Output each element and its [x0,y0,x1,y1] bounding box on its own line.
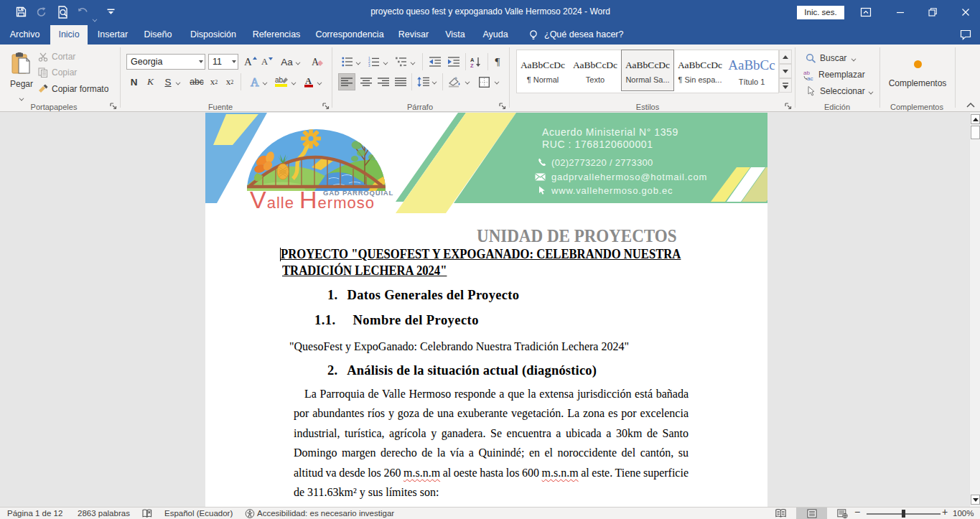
line-spacing-button[interactable] [415,73,431,90]
bullets-dropdown-icon[interactable] [356,60,361,63]
scrollbar-thumb[interactable] [971,126,980,139]
read-mode-button[interactable] [765,508,796,519]
text-effects-button[interactable]: A [247,74,263,90]
find-button[interactable]: Buscar [806,50,857,66]
decrease-indent-button[interactable] [427,54,443,70]
tab-insertar[interactable]: Insertar [95,25,130,45]
print-layout-button[interactable] [796,508,827,519]
superscript-button[interactable]: x2 [223,74,236,90]
subscript-button[interactable]: x2 [207,74,220,90]
multilevel-list-button[interactable] [394,54,409,70]
zoom-slider-thumb[interactable] [902,510,905,518]
styles-more-button[interactable] [779,78,792,93]
cut-button[interactable]: Cortar [38,49,117,65]
tab-correspondencia[interactable]: Correspondencia [313,25,386,45]
tab-vista[interactable]: Vista [442,25,468,45]
change-case-dropdown-icon[interactable] [296,60,301,63]
styles-scroll-up[interactable] [779,50,792,64]
page-indicator[interactable]: Página 1 de 12 [7,508,62,519]
multilevel-dropdown-icon[interactable] [411,60,416,63]
sort-button[interactable]: A Z [468,54,484,70]
grow-font-button[interactable]: A [243,54,258,70]
borders-dropdown-icon[interactable] [495,80,500,83]
addins-button[interactable]: Complementos [884,49,951,98]
save-icon[interactable] [16,6,27,17]
clear-formatting-button[interactable]: A [309,54,326,70]
tab-disposicion[interactable]: Disposición [187,25,239,45]
language-indicator[interactable]: Español (Ecuador) [164,508,233,519]
minimize-button[interactable] [895,6,907,19]
line-spacing-dropdown-icon[interactable] [432,80,437,83]
font-dialog-launcher-icon[interactable] [322,103,331,111]
proofing-icon[interactable] [142,509,152,518]
zoom-in-button[interactable]: + [942,506,948,518]
style-normal-sa[interactable]: AaBbCcDc Normal Sa... [621,50,674,91]
align-right-button[interactable] [375,73,391,90]
zoom-out-button[interactable]: − [854,506,860,518]
tab-referencias[interactable]: Referencias [251,25,302,45]
find-dropdown-icon[interactable] [851,57,857,60]
underline-button[interactable]: S [162,74,174,90]
font-color-dropdown-icon[interactable] [317,80,322,83]
justify-button[interactable] [393,73,409,90]
highlight-dropdown-icon[interactable] [291,80,297,83]
text-effects-dropdown-icon[interactable] [263,80,268,83]
zoom-level[interactable]: 100% [953,508,974,519]
undo-dropdown-icon[interactable] [93,17,98,20]
shading-dropdown-icon[interactable] [465,80,470,83]
tell-me-box[interactable]: ¿Qué desea hacer? [544,25,624,45]
numbering-dropdown-icon[interactable] [383,60,388,63]
italic-button[interactable]: K [144,74,157,90]
show-marks-button[interactable]: ¶ [490,54,505,70]
numbering-button[interactable]: 1 2 3 [367,54,381,70]
scroll-down-button[interactable] [971,495,980,505]
print-preview-icon[interactable] [57,6,69,19]
paragraph-dialog-launcher-icon[interactable] [499,103,508,111]
paste-button[interactable]: Pegar [6,47,37,100]
accessibility-status[interactable]: Accesibilidad: es necesario investigar [257,508,394,519]
select-button[interactable]: Seleccionar [807,83,874,99]
restore-button[interactable] [927,6,940,19]
ribbon-display-options-icon[interactable] [860,6,873,19]
accessibility-icon[interactable] [245,509,255,518]
replace-button[interactable]: ab ac Reemplazar [803,67,865,83]
clipboard-dialog-launcher-icon[interactable] [110,103,118,111]
word-count[interactable]: 2863 palabras [78,508,130,519]
select-dropdown-icon[interactable] [869,90,874,93]
tab-revisar[interactable]: Revisar [397,25,430,45]
scroll-up-button[interactable] [971,114,980,124]
change-case-button[interactable]: Aa [279,54,303,70]
font-size-combo[interactable]: 11 [208,54,238,70]
web-layout-button[interactable] [827,508,858,519]
style-sin-espaciado[interactable]: AaBbCcDc ¶ Sin espa... [674,50,726,94]
align-center-button[interactable] [358,73,374,90]
underline-dropdown-icon[interactable] [176,80,181,83]
styles-scroll-down[interactable] [779,64,792,78]
increase-indent-button[interactable] [446,54,462,70]
style-titulo1[interactable]: AaBbCc Título 1 [726,50,778,94]
shrink-font-button[interactable]: A [260,54,274,70]
style-normal[interactable]: AaBbCcDc ¶ Normal [517,50,569,94]
tab-diseno[interactable]: Diseño [141,25,175,45]
tab-ayuda[interactable]: Ayuda [480,25,511,45]
tab-inicio[interactable]: Inicio [50,25,88,45]
bullets-button[interactable] [340,54,355,70]
align-left-button[interactable] [338,73,355,90]
undo-icon[interactable] [78,8,89,17]
strikethrough-button[interactable]: abc [188,74,205,90]
font-size-dropdown-icon[interactable] [232,60,236,63]
font-color-button[interactable]: A [302,74,316,90]
document-page[interactable]: Acuerdo Ministerial N° 1359 RUC : 176812… [205,113,767,507]
vertical-scrollbar[interactable] [969,113,980,507]
highlight-button[interactable]: ab [273,74,290,90]
collapse-ribbon-icon[interactable] [966,102,975,108]
shading-button[interactable] [446,73,463,90]
copy-button[interactable]: Copiar [38,65,117,80]
format-painter-button[interactable]: Copiar formato [38,81,118,97]
paste-dropdown-icon[interactable] [19,91,24,101]
font-name-dropdown-icon[interactable] [199,60,203,63]
repeat-icon[interactable] [36,7,47,18]
bold-button[interactable]: N [128,74,140,90]
customize-qat-icon[interactable] [107,9,115,16]
feedback-icon[interactable] [960,29,971,40]
